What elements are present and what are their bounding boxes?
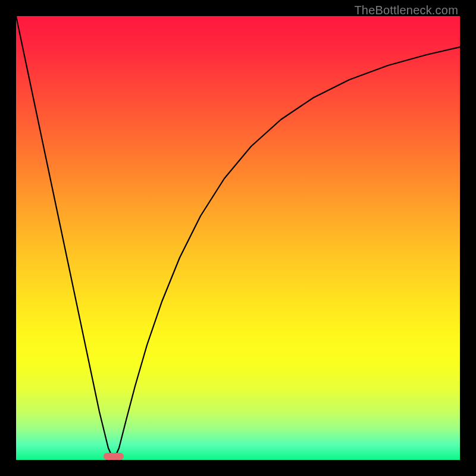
- watermark-text: TheBottleneck.com: [354, 4, 458, 17]
- curve-svg: [16, 16, 460, 460]
- chart-plot-area: [16, 16, 460, 460]
- minimum-marker: [104, 453, 124, 460]
- data-curve: [16, 16, 460, 460]
